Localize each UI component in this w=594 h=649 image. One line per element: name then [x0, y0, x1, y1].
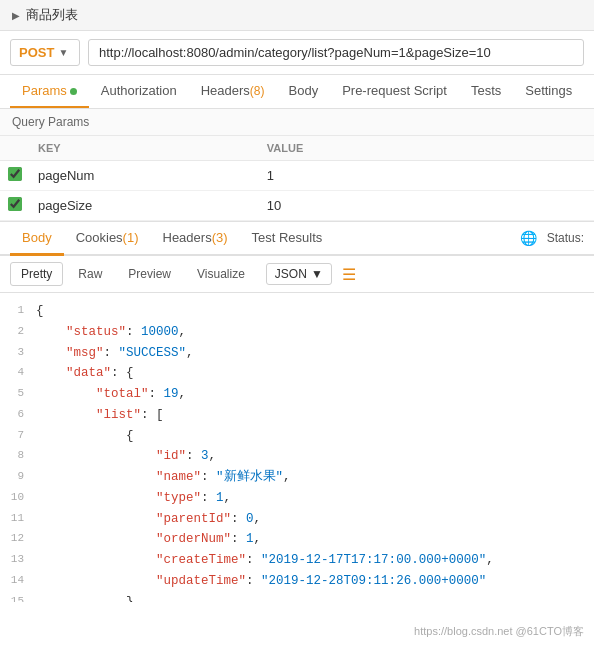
json-line-2: 2 "status": 10000,: [0, 322, 594, 343]
params-row-0-key: pageNum: [30, 162, 259, 189]
line-number: 10: [0, 489, 36, 506]
params-row-0-checkbox[interactable]: [8, 167, 22, 181]
params-row-1-value: 10: [259, 192, 594, 219]
url-input[interactable]: [88, 39, 584, 66]
json-line-9: 9 "name": "新鲜水果",: [0, 467, 594, 488]
tab-response-cookies[interactable]: Cookies(1): [64, 222, 151, 256]
breadcrumb-label: 商品列表: [26, 6, 78, 24]
line-number: 1: [0, 302, 36, 319]
format-visualize-button[interactable]: Visualize: [186, 262, 256, 286]
json-line-1: 1{: [0, 301, 594, 322]
line-number: 6: [0, 406, 36, 423]
line-content: {: [36, 427, 594, 446]
globe-icon: 🌐: [520, 230, 537, 246]
tab-prerequest[interactable]: Pre-request Script: [330, 75, 459, 108]
tab-response-body[interactable]: Body: [10, 222, 64, 256]
breadcrumb-arrow: ▶: [12, 10, 20, 21]
params-table: KEY VALUE pageNum 1 pageSize 10: [0, 136, 594, 221]
json-line-3: 3 "msg": "SUCCESS",: [0, 343, 594, 364]
params-row-1-key: pageSize: [30, 192, 259, 219]
top-tab-bar: Params Authorization Headers(8) Body Pre…: [0, 75, 594, 109]
tab-body[interactable]: Body: [277, 75, 331, 108]
params-row-0-value: 1: [259, 162, 594, 189]
response-right: 🌐 Status:: [520, 230, 584, 246]
line-content: "list": [: [36, 406, 594, 425]
line-content: },: [36, 593, 594, 603]
tab-headers[interactable]: Headers(8): [189, 75, 277, 108]
line-content: "data": {: [36, 364, 594, 383]
line-number: 13: [0, 551, 36, 568]
url-bar: POST ▼: [0, 31, 594, 75]
tab-tests[interactable]: Tests: [459, 75, 513, 108]
format-bar: Pretty Raw Preview Visualize JSON ▼ ☰: [0, 256, 594, 293]
json-line-12: 12 "orderNum": 1,: [0, 529, 594, 550]
params-dot: [70, 88, 77, 95]
tab-params[interactable]: Params: [10, 75, 89, 108]
line-content: "name": "新鲜水果",: [36, 468, 594, 487]
line-number: 9: [0, 468, 36, 485]
params-row-1: pageSize 10: [0, 191, 594, 221]
line-number: 8: [0, 447, 36, 464]
tab-settings[interactable]: Settings: [513, 75, 584, 108]
breadcrumb-bar: ▶ 商品列表: [0, 0, 594, 31]
json-line-15: 15 },: [0, 592, 594, 603]
format-pretty-button[interactable]: Pretty: [10, 262, 63, 286]
json-line-11: 11 "parentId": 0,: [0, 509, 594, 530]
line-content: "type": 1,: [36, 489, 594, 508]
json-line-4: 4 "data": {: [0, 363, 594, 384]
line-number: 5: [0, 385, 36, 402]
format-preview-button[interactable]: Preview: [117, 262, 182, 286]
line-content: "status": 10000,: [36, 323, 594, 342]
line-number: 2: [0, 323, 36, 340]
json-view: 1{2 "status": 10000,3 "msg": "SUCCESS",4…: [0, 293, 594, 602]
status-label: Status:: [547, 231, 584, 245]
query-params-header: Query Params: [0, 109, 594, 136]
json-line-5: 5 "total": 19,: [0, 384, 594, 405]
tab-response-headers[interactable]: Headers(3): [151, 222, 240, 256]
line-content: "updateTime": "2019-12-28T09:11:26.000+0…: [36, 572, 594, 591]
format-raw-button[interactable]: Raw: [67, 262, 113, 286]
params-row-0: pageNum 1: [0, 161, 594, 191]
response-tab-bar: Body Cookies(1) Headers(3) Test Results …: [0, 222, 594, 256]
line-number: 3: [0, 344, 36, 361]
line-number: 15: [0, 593, 36, 603]
line-number: 4: [0, 364, 36, 381]
line-number: 12: [0, 530, 36, 547]
format-select-arrow-icon: ▼: [311, 267, 323, 281]
json-line-8: 8 "id": 3,: [0, 446, 594, 467]
method-arrow-icon: ▼: [58, 47, 68, 58]
line-content: "parentId": 0,: [36, 510, 594, 529]
col-value-header: VALUE: [259, 140, 594, 156]
line-content: {: [36, 302, 594, 321]
json-line-13: 13 "createTime": "2019-12-17T17:17:00.00…: [0, 550, 594, 571]
json-line-6: 6 "list": [: [0, 405, 594, 426]
col-key-header: KEY: [30, 140, 259, 156]
json-line-10: 10 "type": 1,: [0, 488, 594, 509]
line-content: "createTime": "2019-12-17T17:17:00.000+0…: [36, 551, 594, 570]
format-type-select[interactable]: JSON ▼: [266, 263, 332, 285]
line-number: 14: [0, 572, 36, 589]
line-content: "id": 3,: [36, 447, 594, 466]
json-line-7: 7 {: [0, 426, 594, 447]
params-col-headers: KEY VALUE: [0, 136, 594, 161]
line-content: "msg": "SUCCESS",: [36, 344, 594, 363]
method-select[interactable]: POST ▼: [10, 39, 80, 66]
tab-response-testresults[interactable]: Test Results: [240, 222, 335, 256]
line-number: 7: [0, 427, 36, 444]
json-line-14: 14 "updateTime": "2019-12-28T09:11:26.00…: [0, 571, 594, 592]
wrap-icon[interactable]: ☰: [342, 265, 356, 284]
tab-authorization[interactable]: Authorization: [89, 75, 189, 108]
line-content: "orderNum": 1,: [36, 530, 594, 549]
params-row-1-checkbox[interactable]: [8, 197, 22, 211]
line-content: "total": 19,: [36, 385, 594, 404]
method-label: POST: [19, 45, 54, 60]
watermark: https://blog.csdn.net @61CTO博客: [414, 624, 584, 639]
line-number: 11: [0, 510, 36, 527]
query-params-section: Query Params KEY VALUE pageNum 1 pageSiz…: [0, 109, 594, 222]
